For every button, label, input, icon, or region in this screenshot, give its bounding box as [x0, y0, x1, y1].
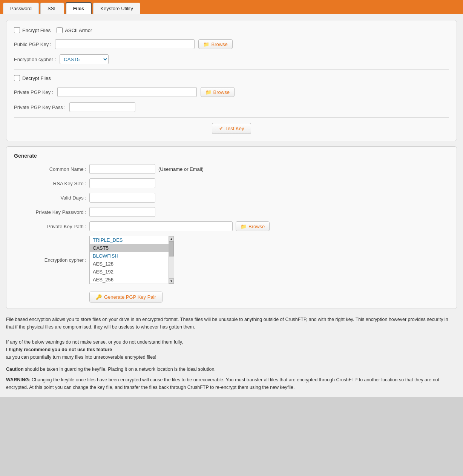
info-paragraph-4: WARNING: Changing the keyfile once files… — [6, 376, 457, 391]
info-paragraph-2: If any of the below warnings do not make… — [6, 337, 457, 362]
private-pgp-pass-input[interactable] — [69, 102, 135, 112]
test-key-row: Test Key — [14, 123, 449, 134]
ascii-armor-label: ASCII Armor — [57, 27, 92, 33]
cipher-list-item-aes128[interactable]: AES_128 — [90, 260, 169, 268]
main-content: Encrypt Files ASCII Armor Public PGP Key… — [0, 14, 463, 397]
gen-cipher-dropdown[interactable]: TRIPLE_DES CAST5 BLOWFISH AES_128 AES_19… — [89, 236, 174, 284]
common-name-label: Common Name : — [14, 166, 89, 172]
decrypt-checkboxes-row: Decrypt Files — [14, 75, 449, 81]
caution-text: should be taken in guarding the keyfile.… — [24, 367, 216, 372]
gen-cipher-label: Encryption cypher : — [14, 257, 89, 263]
info-paragraph-1: File based encryption allows you to stor… — [6, 314, 457, 332]
private-pgp-browse-button[interactable]: Browse — [201, 87, 235, 97]
generate-pgp-label: Generate PGP Key Pair — [104, 294, 156, 300]
info-text-1: File based encryption allows you to stor… — [6, 317, 448, 330]
info-text-2b: I highly recommend you do not use this f… — [6, 347, 112, 352]
check-icon — [219, 126, 223, 131]
encrypt-files-text: Encrypt Files — [22, 28, 51, 33]
private-key-pass-input[interactable] — [89, 207, 155, 217]
generate-pgp-button[interactable]: Generate PGP Key Pair — [89, 292, 163, 302]
private-pgp-pass-row: Private PGP Key Pass : — [14, 102, 449, 112]
public-pgp-input[interactable] — [55, 39, 195, 49]
rsa-input[interactable]: 2048 — [89, 178, 155, 188]
tab-password[interactable]: Password — [3, 3, 39, 14]
encrypt-files-label: Encrypt Files — [14, 27, 51, 33]
scrollbar-up-arrow[interactable]: ▲ — [169, 236, 174, 241]
valid-days-label: Valid Days : — [14, 195, 89, 201]
test-key-label: Test Key — [225, 126, 244, 131]
valid-days-input[interactable]: 365 — [89, 193, 155, 203]
encrypt-checkboxes-row: Encrypt Files ASCII Armor — [14, 27, 449, 33]
test-key-button[interactable]: Test Key — [212, 123, 251, 134]
tab-files[interactable]: Files — [66, 2, 92, 14]
tab-ssl[interactable]: SSL — [40, 3, 64, 14]
decrypt-files-label: Decrypt Files — [14, 75, 51, 81]
generate-form: Common Name : (Username or Email) RSA Ke… — [14, 164, 449, 302]
common-name-input[interactable] — [89, 164, 155, 174]
warning-text: Changing the keyfile once files have bee… — [6, 377, 439, 390]
folder-icon-2 — [205, 89, 212, 95]
rsa-label: RSA Key Size : — [14, 181, 89, 186]
cipher-list-item-triple-des[interactable]: TRIPLE_DES — [90, 236, 169, 244]
info-text-2a: If any of the below warnings do not make… — [6, 339, 183, 345]
cipher-list-item-cast5[interactable]: CAST5 — [90, 244, 169, 252]
private-pgp-label: Private PGP Key : — [14, 89, 54, 95]
cipher-list: TRIPLE_DES CAST5 BLOWFISH AES_128 AES_19… — [90, 236, 169, 284]
cipher-scroll-wrapper: TRIPLE_DES CAST5 BLOWFISH AES_128 AES_19… — [90, 236, 174, 284]
private-pgp-input[interactable] — [57, 87, 197, 97]
info-text-2c: as you can potentially turn many files i… — [6, 355, 156, 360]
private-key-path-label: Private Key Path : — [14, 224, 89, 229]
cipher-list-item-aes256[interactable]: AES_256 — [90, 276, 169, 284]
generate-panel: Generate Common Name : (Username or Emai… — [6, 146, 457, 309]
section-divider-1 — [14, 69, 449, 70]
rsa-value: 2048 — [89, 178, 449, 188]
decrypt-files-checkbox[interactable] — [14, 75, 20, 81]
scrollbar-thumb — [169, 241, 174, 256]
private-key-path-browse-label: Browse — [248, 224, 265, 229]
info-paragraph-3: Caution should be taken in guarding the … — [6, 365, 457, 373]
encrypt-decrypt-panel: Encrypt Files ASCII Armor Public PGP Key… — [6, 20, 457, 141]
public-pgp-label: Public PGP Key : — [14, 41, 51, 47]
generate-button-row: Generate PGP Key Pair — [89, 292, 449, 302]
encrypt-cipher-label: Encryption cypher : — [14, 57, 56, 62]
scrollbar-down-arrow[interactable]: ▼ — [169, 278, 174, 284]
private-pgp-browse-label: Browse — [213, 89, 230, 95]
private-pgp-row: Private PGP Key : Browse — [14, 87, 449, 97]
private-key-path-browse-button[interactable]: Browse — [236, 221, 270, 231]
generate-title: Generate — [14, 153, 449, 159]
private-key-path-value: Browse — [89, 221, 449, 231]
private-key-path-input[interactable] — [89, 221, 233, 231]
warning-label: WARNING: — [6, 377, 31, 382]
folder-icon — [203, 41, 209, 47]
cipher-list-item-aes192[interactable]: AES_192 — [90, 268, 169, 276]
cipher-scrollbar: ▲ ▼ — [169, 236, 174, 284]
valid-days-value: 365 — [89, 193, 449, 203]
gen-cipher-value: TRIPLE_DES CAST5 BLOWFISH AES_128 AES_19… — [89, 236, 449, 284]
folder-icon-3 — [241, 224, 247, 229]
public-pgp-browse-label: Browse — [211, 41, 227, 47]
encrypt-files-checkbox[interactable] — [14, 27, 20, 33]
scrollbar-track — [169, 241, 174, 278]
tab-keystore[interactable]: Keystore Utility — [93, 3, 140, 14]
caution-label: Caution — [6, 367, 24, 372]
private-key-pass-value — [89, 207, 449, 217]
section-divider-2 — [14, 117, 449, 118]
ascii-armor-checkbox[interactable] — [57, 27, 63, 33]
key-icon — [96, 294, 102, 300]
ascii-armor-text: ASCII Armor — [65, 28, 92, 33]
private-pgp-pass-label: Private PGP Key Pass : — [14, 104, 66, 110]
tab-bar: Password SSL Files Keystore Utility — [0, 0, 463, 14]
encrypt-cipher-select[interactable]: TRIPLE_DES CAST5 BLOWFISH AES_128 AES_19… — [60, 54, 109, 64]
encrypt-cipher-row: Encryption cypher : TRIPLE_DES CAST5 BLO… — [14, 54, 449, 64]
decrypt-files-text: Decrypt Files — [22, 75, 51, 81]
common-name-hint: (Username or Email) — [158, 166, 204, 172]
private-key-pass-label: Private Key Password : — [14, 209, 89, 215]
cipher-list-item-blowfish[interactable]: BLOWFISH — [90, 252, 169, 260]
public-pgp-browse-button[interactable]: Browse — [198, 39, 232, 49]
common-name-value: (Username or Email) — [89, 164, 449, 174]
public-pgp-row: Public PGP Key : Browse — [14, 39, 449, 49]
